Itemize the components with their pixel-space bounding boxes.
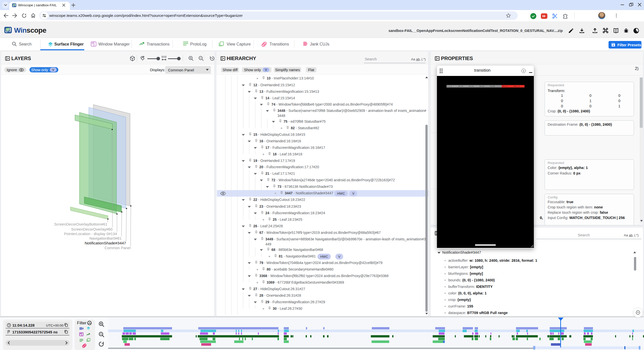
svg-text:Common Panel: Common Panel [105, 246, 131, 250]
svg-text:PointerLocation - display 0#13: PointerLocation - display 0#134 [64, 232, 117, 236]
svg-text:NotificationShade#3447: NotificationShade#3447 [85, 241, 126, 245]
svg-text:ScreenDecorOverlay#60: ScreenDecorOverlay#60 [71, 227, 112, 231]
svg-text:NavigationBar0#81: NavigationBar0#81 [89, 236, 122, 240]
svg-text:ScreenDecorOverlayBottom#61: ScreenDecorOverlayBottom#61 [54, 222, 107, 226]
